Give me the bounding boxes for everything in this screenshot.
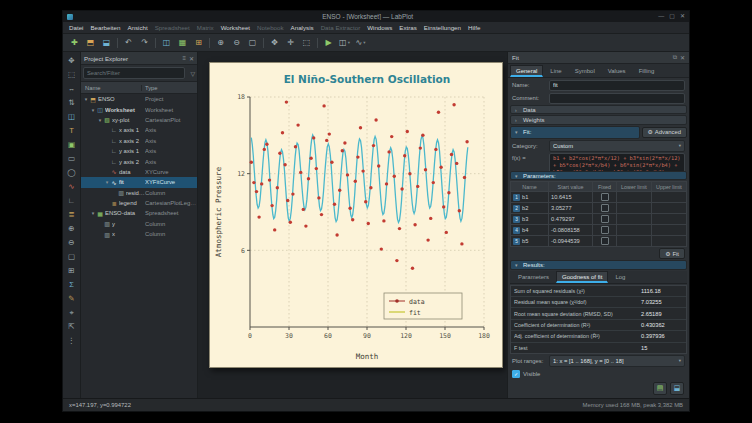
search-input[interactable] [83,67,185,79]
zoom-out-icon[interactable]: ⊖ [65,236,78,249]
tree-item-enso-data[interactable]: ▾▦ENSO-dataSpreadsheet [81,208,197,218]
menu-spreadsheet[interactable]: Spreadsheet [152,22,193,33]
menu-worksheet[interactable]: Worksheet [218,22,253,33]
param-lower-limit[interactable] [617,225,652,236]
add-image-icon[interactable]: ▣ [65,138,78,151]
menu-analysis[interactable]: Analysis [288,22,317,33]
tree-item-x[interactable]: ▥xColumn [81,229,197,239]
tree-column-headers[interactable]: Name Type [81,82,197,94]
selection-icon[interactable]: ⬚ [65,68,78,81]
tree-item-legend[interactable]: ≣legendCartesianPlotLegend [81,198,197,208]
results-tab-goodness-of-fit[interactable]: Goodness of fit [556,271,608,283]
param-upper-limit[interactable] [652,203,687,214]
tree-item-x-axis-1[interactable]: ∟x axis 1Axis [81,125,197,135]
param-lower-limit[interactable] [617,203,652,214]
menu-data-extractor[interactable]: Data Extractor [318,22,364,33]
h-zoom-icon[interactable]: ↔ [65,82,78,95]
pan-mode-icon[interactable]: ✛ [283,36,298,49]
tree-item-xy-plot[interactable]: ▾▧xy-plotCartesianPlot [81,115,197,125]
section-fit[interactable]: ▾ Fit: [510,126,640,139]
section-parameters[interactable]: ▾ Parameters: [510,171,687,180]
new-project-icon[interactable]: ✚ [67,36,82,49]
plot-legend[interactable]: datafit [384,293,462,319]
panel-close-icon[interactable]: ✕ [189,55,194,62]
comment-field[interactable] [549,93,685,104]
tree-item-enso[interactable]: ▾⬒ENSOProject [81,94,197,104]
more-icon[interactable]: ⋮ [65,334,78,347]
draw-ellipse-icon[interactable]: ◯ [65,166,78,179]
new-spreadsheet-icon[interactable]: ▦ [175,36,190,49]
param-lower-limit[interactable] [617,192,652,203]
run-fit-button[interactable]: ⚙ Fit [659,248,685,259]
add-axis-icon[interactable]: ∟ [65,194,78,207]
tab-values[interactable]: Values [602,65,632,77]
layout-dropdown-icon[interactable]: ◫▾ [337,36,352,49]
param-lower-limit[interactable] [617,214,652,225]
param-upper-limit[interactable] [652,225,687,236]
param-start-value[interactable]: -0.0944539 [549,236,593,247]
name-field[interactable] [549,80,685,91]
fixed-checkbox[interactable] [601,204,609,212]
zoom-fit-icon[interactable]: ▢ [245,36,260,49]
menu-datei[interactable]: Datei [66,22,86,33]
menu-ansicht[interactable]: Ansicht [124,22,150,33]
dock-close-icon[interactable]: ✕ [680,54,685,61]
add-curve-icon[interactable]: ∿ [65,180,78,193]
tab-general[interactable]: General [510,65,543,77]
tree-item-x-axis-2[interactable]: ∟x axis 2Axis [81,136,197,146]
dock-float-icon[interactable]: ⧉ [673,54,677,61]
menu-matrix[interactable]: Matrix [194,22,217,33]
data-curve[interactable] [250,100,469,270]
zoom-out-icon[interactable]: ⊖ [229,36,244,49]
param-start-value[interactable]: -0.0808158 [549,225,593,236]
plot-page[interactable]: 030609012015018061218El Niño-Southern Os… [209,62,503,368]
panel-menu-icon[interactable]: ≡ [182,55,186,61]
save-icon[interactable]: ⬓ [670,382,684,395]
statistics-icon[interactable]: Σ [65,278,78,291]
close-button[interactable]: ✕ [680,11,685,22]
param-upper-limit[interactable] [652,236,687,247]
param-row-b2[interactable]: 2b23.05277 [511,203,687,214]
new-worksheet-icon[interactable]: ◫ [159,36,174,49]
fixed-checkbox[interactable] [601,237,609,245]
fixed-checkbox[interactable] [601,226,609,234]
tree-item-fit[interactable]: ▾∿fitXYFitCurve [81,177,197,187]
section-results[interactable]: ▾ Results: [510,260,687,269]
maximize-button[interactable]: ▢ [669,11,675,22]
menu-bearbeiten[interactable]: Bearbeiten [87,22,123,33]
param-start-value[interactable]: 10.6415 [549,192,593,203]
add-legend-icon[interactable]: ≣ [65,208,78,221]
undo-icon[interactable]: ↶ [121,36,136,49]
tab-symbol[interactable]: Symbol [569,65,601,77]
minimize-button[interactable]: — [658,11,664,22]
tree-item-y[interactable]: ▥yColumn [81,219,197,229]
fixed-checkbox[interactable] [601,215,609,223]
menu-notebook[interactable]: Notebook [254,22,287,33]
menu-windows[interactable]: Windows [364,22,395,33]
open-project-icon[interactable]: ⬒ [83,36,98,49]
menu-extras[interactable]: Extras [396,22,420,33]
zoom-select-mode-icon[interactable]: ⬚ [299,36,314,49]
worksheet-view[interactable]: 030609012015018061218El Niño-Southern Os… [198,52,507,398]
tree-item-y-axis-2[interactable]: ∟y axis 2Axis [81,156,197,166]
enso-plot[interactable]: 030609012015018061218El Niño-Southern Os… [210,63,502,367]
tree-item-data[interactable]: ∿dataXYCurve [81,167,197,177]
results-tab-log[interactable]: Log [609,271,631,283]
tree-item-worksheet[interactable]: ▾◫WorksheetWorksheet [81,104,197,114]
draw-rect-icon[interactable]: ▭ [65,152,78,165]
plot-ranges-combobox[interactable]: 1: x = [1 .. 168], y = [0 .. 18] ▾ [549,355,685,367]
menu-hilfe[interactable]: Hilfe [465,22,483,33]
edit-icon[interactable]: ✎ [65,292,78,305]
section-data[interactable]: › Data [510,105,687,114]
tab-filling[interactable]: Filling [633,65,661,77]
results-tab-parameters[interactable]: Parameters [512,271,555,283]
curve-dropdown-icon[interactable]: ∿▾ [353,36,368,49]
param-upper-limit[interactable] [652,214,687,225]
zoom-in-icon[interactable]: ⊕ [65,222,78,235]
add-plot-icon[interactable]: ◫ [65,110,78,123]
zoom-in-icon[interactable]: ⊕ [213,36,228,49]
export-icon[interactable]: ⇱ [65,320,78,333]
dock-header[interactable]: Fit ⧉ ✕ [508,52,689,64]
column-header-name[interactable]: Name [81,85,141,91]
param-upper-limit[interactable] [652,192,687,203]
